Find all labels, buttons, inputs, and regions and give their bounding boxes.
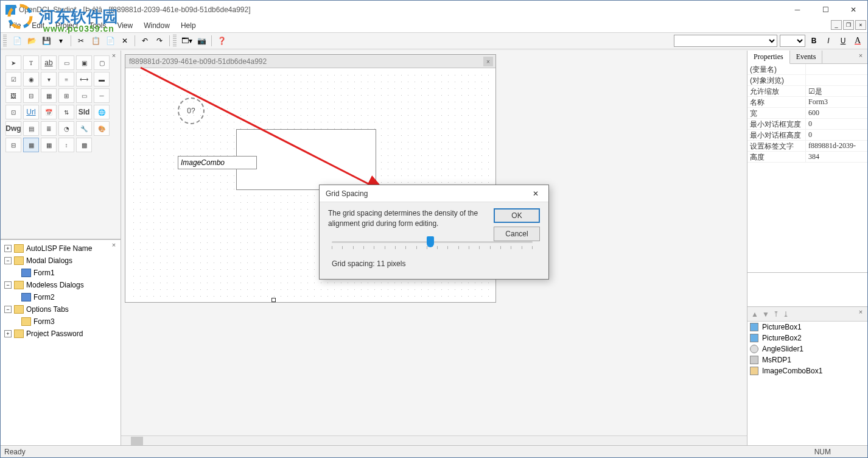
mdi-close-button[interactable]: × <box>855 20 866 30</box>
new-button[interactable]: 📄 <box>10 34 24 48</box>
zorder-item-label[interactable]: MsRDP1 <box>762 356 791 364</box>
zorder-list[interactable]: PictureBox1 PictureBox2 AngleSlider1 MsR… <box>747 322 867 445</box>
tool-rect[interactable]: ▭ <box>76 88 92 103</box>
copy-button[interactable]: 📋 <box>89 34 102 48</box>
redo-button[interactable]: ↷ <box>153 34 166 48</box>
tree-expander[interactable]: + <box>4 330 12 337</box>
imagecombo-widget[interactable]: ImageCombo <box>178 156 257 169</box>
prop-val-name[interactable]: Form3 <box>806 97 867 107</box>
font-name-combo[interactable] <box>674 35 777 47</box>
tool-spin[interactable]: ⇅ <box>58 105 74 119</box>
prop-val-height[interactable]: 384 <box>806 152 867 162</box>
tree-expander[interactable]: − <box>4 281 12 289</box>
zorder-up-icon[interactable]: ▲ <box>751 310 758 319</box>
tool-calendar[interactable]: 📅 <box>41 105 57 119</box>
menu-edit[interactable]: Edit <box>27 20 49 31</box>
font-color-button[interactable]: A <box>852 35 864 47</box>
tool-hatch[interactable]: ▩ <box>76 138 92 152</box>
dialog-close-button[interactable]: ✕ <box>527 188 545 200</box>
tool-progress[interactable]: ▬ <box>94 72 110 86</box>
tree-node-form1[interactable]: Form1 <box>33 269 55 277</box>
tool-dwg[interactable]: Dwg <box>5 121 21 136</box>
prop-val-browse[interactable] <box>806 75 867 85</box>
menu-tools[interactable]: Tools <box>84 20 111 31</box>
camera-button[interactable]: 📷 <box>195 34 208 48</box>
tree-expander[interactable]: − <box>4 306 12 313</box>
tool-grid[interactable]: ▦ <box>41 88 57 103</box>
tool-angle[interactable]: ◔ <box>58 121 74 136</box>
mdi-minimize-button[interactable]: _ <box>831 20 842 30</box>
tool-groupbox[interactable]: ▣ <box>76 55 92 70</box>
zorder-bottom-icon[interactable]: ⤓ <box>783 310 789 319</box>
tree-node-modal[interactable]: Modal Dialogs <box>26 256 72 265</box>
tree-node-autolisp[interactable]: AutoLISP File Name <box>26 244 93 253</box>
tool-pointer[interactable]: ➤ <box>5 55 21 70</box>
minimize-button[interactable]: ─ <box>783 1 811 19</box>
delete-button[interactable]: ✕ <box>118 34 131 48</box>
prop-val-caption[interactable]: f889881d-2039- <box>806 141 867 151</box>
prop-val-minwidth[interactable]: 0 <box>806 119 867 129</box>
tree-node-modeless[interactable]: Modeless Dialogs <box>26 281 84 289</box>
zorder-close-icon[interactable]: × <box>856 308 865 317</box>
horizontal-scrollbar[interactable] <box>121 435 747 445</box>
add-form-dropdown[interactable]: 🗔▾ <box>180 34 194 48</box>
tool-picturebox[interactable]: 🖼 <box>5 88 21 103</box>
tool-button[interactable]: ▭ <box>58 55 74 70</box>
tool-splitter[interactable]: ⊟ <box>5 138 21 152</box>
document-close-button[interactable]: × <box>483 57 493 66</box>
tool-combobox[interactable]: ▾ <box>41 72 57 86</box>
properties-close-icon[interactable]: × <box>856 52 865 60</box>
tool-color[interactable]: 🎨 <box>94 121 110 136</box>
prop-val-varname[interactable] <box>806 64 867 74</box>
open-button[interactable]: 📂 <box>25 34 38 48</box>
menu-file[interactable]: File <box>4 20 26 31</box>
tool-layerlist[interactable]: ≣ <box>41 121 57 136</box>
angleslider-widget[interactable]: 0? <box>178 97 205 124</box>
tool-radio[interactable]: ◉ <box>23 72 39 86</box>
menu-window[interactable]: Window <box>139 20 175 31</box>
tool-checkbox[interactable]: ☑ <box>5 72 21 86</box>
zorder-item-label[interactable]: ImageComboBox1 <box>762 367 822 375</box>
tree-node-password[interactable]: Project Password <box>26 329 83 338</box>
zorder-top-icon[interactable]: ⤒ <box>773 310 779 319</box>
document-titlebar[interactable]: f889881d-2039-461e-b09d-51db6de4a992 × <box>125 55 495 68</box>
tool-label[interactable]: T <box>23 55 39 70</box>
tool-listbox[interactable]: ≡ <box>58 72 74 86</box>
properties-grid[interactable]: (变量名) (对象浏览) 允许缩放☑是 名称Form3 宽600 最小对话框宽度… <box>747 64 867 272</box>
prop-val-allowresize[interactable]: ☑是 <box>806 86 867 96</box>
menu-project[interactable]: Project <box>51 20 83 31</box>
tab-events[interactable]: Events <box>790 51 823 63</box>
zorder-down-icon[interactable]: ▼ <box>762 310 769 319</box>
tool-html[interactable]: ⊡ <box>5 105 21 119</box>
italic-button[interactable]: I <box>822 35 835 47</box>
zorder-item-label[interactable]: PictureBox1 <box>762 323 802 331</box>
menu-view[interactable]: View <box>112 20 138 31</box>
bold-button[interactable]: B <box>808 35 820 47</box>
tree-node-form2[interactable]: Form2 <box>33 293 55 301</box>
close-button[interactable]: ✕ <box>839 1 867 19</box>
toolbox-close-icon[interactable]: × <box>110 52 118 60</box>
save-dropdown[interactable]: ▾ <box>54 34 68 48</box>
maximize-button[interactable]: ☐ <box>811 1 839 19</box>
tool-imagecombo[interactable]: ▦ <box>23 138 39 152</box>
grid-spacing-slider[interactable] <box>332 238 533 252</box>
tree-expander[interactable]: + <box>4 245 12 252</box>
underline-button[interactable]: U <box>837 35 849 47</box>
tool-globe[interactable]: 🌐 <box>94 105 110 119</box>
tool-frame[interactable]: ▢ <box>94 55 110 70</box>
tree-close-icon[interactable]: × <box>110 241 118 250</box>
zorder-item-label[interactable]: AngleSlider1 <box>762 345 803 353</box>
tool-updown[interactable]: ↕ <box>58 138 74 152</box>
toolbar-grip[interactable] <box>3 35 7 47</box>
selection-handle[interactable] <box>271 298 276 302</box>
dialog-titlebar[interactable]: Grid Spacing ✕ <box>320 185 548 202</box>
tool-blocklist[interactable]: ▤ <box>23 121 39 136</box>
tree-node-form3[interactable]: Form3 <box>33 317 55 326</box>
tool-datatable[interactable]: ▦ <box>41 138 57 152</box>
save-button[interactable]: 💾 <box>40 34 53 48</box>
tree-expander[interactable]: − <box>4 257 12 264</box>
tool-slider[interactable]: ⟷ <box>76 72 92 86</box>
mdi-restore-button[interactable]: ❐ <box>843 20 854 30</box>
tool-sld[interactable]: Sld <box>76 105 92 119</box>
toolbar-grip-2[interactable] <box>173 35 177 47</box>
